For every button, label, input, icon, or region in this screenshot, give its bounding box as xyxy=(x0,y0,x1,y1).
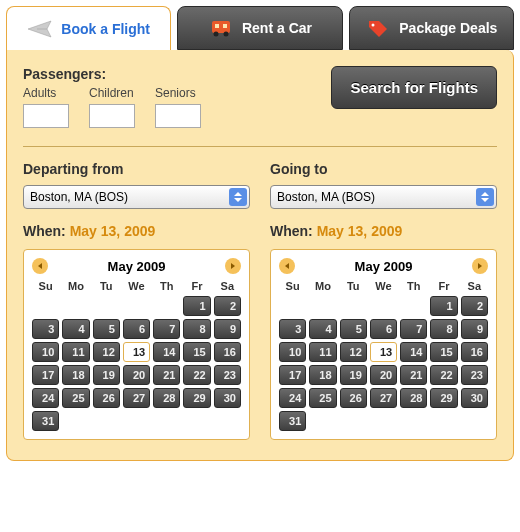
cal-day[interactable]: 3 xyxy=(279,319,306,339)
cal-day[interactable]: 18 xyxy=(62,365,89,385)
cal-empty xyxy=(309,296,336,316)
svg-point-3 xyxy=(213,32,218,37)
cal-day[interactable]: 14 xyxy=(153,342,180,362)
cal-day[interactable]: 4 xyxy=(309,319,336,339)
tabbar: Book a Flight Rent a Car Package Deals xyxy=(6,6,514,50)
cal-day[interactable]: 24 xyxy=(32,388,59,408)
cal-day[interactable]: 10 xyxy=(279,342,306,362)
cal-empty xyxy=(153,296,180,316)
going-select[interactable]: Boston, MA (BOS) xyxy=(270,185,497,209)
cal-day[interactable]: 19 xyxy=(93,365,120,385)
cal-day[interactable]: 8 xyxy=(183,319,210,339)
cal-day[interactable]: 11 xyxy=(309,342,336,362)
cal-day[interactable]: 8 xyxy=(430,319,457,339)
departing-label: Departing from xyxy=(23,161,250,177)
cal-day[interactable]: 26 xyxy=(340,388,367,408)
tab-label: Rent a Car xyxy=(242,20,312,36)
search-flights-button[interactable]: Search for Flights xyxy=(331,66,497,109)
cal-day[interactable]: 23 xyxy=(214,365,241,385)
cal-day[interactable]: 13 xyxy=(123,342,150,362)
cal-day[interactable]: 10 xyxy=(32,342,59,362)
children-label: Children xyxy=(89,86,135,100)
cal-day[interactable]: 7 xyxy=(400,319,427,339)
tab-label: Book a Flight xyxy=(61,21,150,37)
cal-empty xyxy=(123,296,150,316)
cal-day[interactable]: 28 xyxy=(400,388,427,408)
tab-book-flight[interactable]: Book a Flight xyxy=(6,6,171,50)
cal-day[interactable]: 3 xyxy=(32,319,59,339)
cal-dow: We xyxy=(370,280,397,292)
cal-empty xyxy=(93,296,120,316)
cal-day[interactable]: 21 xyxy=(153,365,180,385)
cal-day[interactable]: 25 xyxy=(309,388,336,408)
cal-day[interactable]: 25 xyxy=(62,388,89,408)
airplane-icon xyxy=(27,18,53,40)
cal-day[interactable]: 11 xyxy=(62,342,89,362)
cal-day[interactable]: 19 xyxy=(340,365,367,385)
cal-day[interactable]: 12 xyxy=(93,342,120,362)
cal-day[interactable]: 17 xyxy=(279,365,306,385)
children-input[interactable] xyxy=(89,104,135,128)
cal-day[interactable]: 29 xyxy=(430,388,457,408)
going-column: Going to Boston, MA (BOS) When: May 13, … xyxy=(270,161,497,440)
cal-day[interactable]: 16 xyxy=(214,342,241,362)
departing-value: Boston, MA (BOS) xyxy=(30,190,128,204)
cal-day[interactable]: 2 xyxy=(461,296,488,316)
svg-point-4 xyxy=(223,32,228,37)
cal-day[interactable]: 28 xyxy=(153,388,180,408)
cal-day[interactable]: 23 xyxy=(461,365,488,385)
cal-prev-icon[interactable] xyxy=(279,258,295,274)
cal-day[interactable]: 29 xyxy=(183,388,210,408)
cal-day[interactable]: 5 xyxy=(340,319,367,339)
cal-day[interactable]: 21 xyxy=(400,365,427,385)
cal-day[interactable]: 2 xyxy=(214,296,241,316)
cal-day[interactable]: 9 xyxy=(214,319,241,339)
cal-next-icon[interactable] xyxy=(472,258,488,274)
tab-package-deals[interactable]: Package Deals xyxy=(349,6,514,50)
cal-day[interactable]: 16 xyxy=(461,342,488,362)
cal-day[interactable]: 15 xyxy=(183,342,210,362)
divider xyxy=(23,146,497,147)
cal-day[interactable]: 30 xyxy=(214,388,241,408)
cal-day[interactable]: 20 xyxy=(370,365,397,385)
going-label: Going to xyxy=(270,161,497,177)
cal-day[interactable]: 12 xyxy=(340,342,367,362)
cal-day[interactable]: 26 xyxy=(93,388,120,408)
cal-day[interactable]: 22 xyxy=(430,365,457,385)
passengers-title: Passengers: xyxy=(23,66,201,82)
cal-day[interactable]: 1 xyxy=(430,296,457,316)
cal-day[interactable]: 5 xyxy=(93,319,120,339)
cal-dow: Mo xyxy=(309,280,336,292)
cal-day[interactable]: 9 xyxy=(461,319,488,339)
cal-dow: Mo xyxy=(62,280,89,292)
seniors-input[interactable] xyxy=(155,104,201,128)
cal-empty xyxy=(370,296,397,316)
departing-select[interactable]: Boston, MA (BOS) xyxy=(23,185,250,209)
cal-day[interactable]: 24 xyxy=(279,388,306,408)
cal-day[interactable]: 6 xyxy=(370,319,397,339)
cal-day[interactable]: 22 xyxy=(183,365,210,385)
svg-rect-1 xyxy=(215,24,219,28)
adults-input[interactable] xyxy=(23,104,69,128)
cal-day[interactable]: 15 xyxy=(430,342,457,362)
tab-label: Package Deals xyxy=(399,20,497,36)
cal-day[interactable]: 17 xyxy=(32,365,59,385)
cal-next-icon[interactable] xyxy=(225,258,241,274)
cal-day[interactable]: 20 xyxy=(123,365,150,385)
cal-day[interactable]: 27 xyxy=(370,388,397,408)
cal-day[interactable]: 30 xyxy=(461,388,488,408)
cal-day[interactable]: 18 xyxy=(309,365,336,385)
cal-day[interactable]: 27 xyxy=(123,388,150,408)
cal-day[interactable]: 1 xyxy=(183,296,210,316)
cal-prev-icon[interactable] xyxy=(32,258,48,274)
cal-day[interactable]: 14 xyxy=(400,342,427,362)
cal-dow: Tu xyxy=(93,280,120,292)
cal-day[interactable]: 6 xyxy=(123,319,150,339)
cal-day[interactable]: 31 xyxy=(32,411,59,431)
cal-day[interactable]: 31 xyxy=(279,411,306,431)
tab-rent-car[interactable]: Rent a Car xyxy=(177,6,342,50)
cal-day[interactable]: 4 xyxy=(62,319,89,339)
cal-day[interactable]: 7 xyxy=(153,319,180,339)
cal-title: May 2009 xyxy=(108,259,166,274)
cal-day[interactable]: 13 xyxy=(370,342,397,362)
